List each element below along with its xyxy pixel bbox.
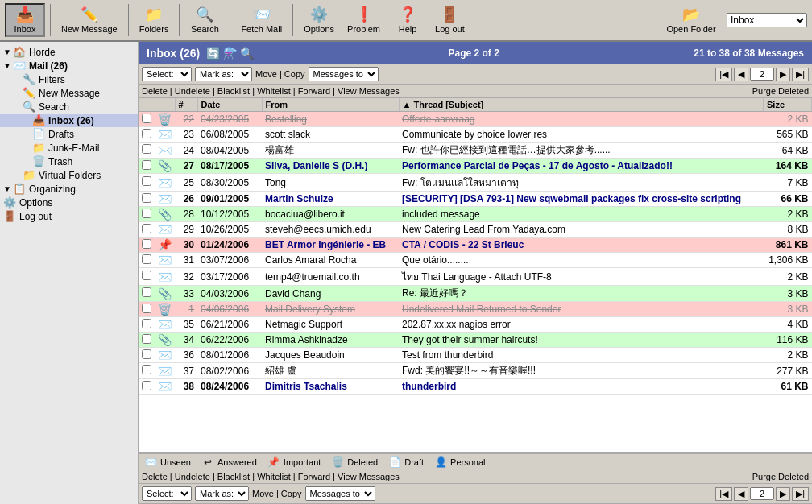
table-row[interactable]: 🗑️ 22 04/23/2005 Bestelling Offerte-aanv… <box>139 112 812 127</box>
bottom-undelete-link[interactable]: Undelete <box>175 472 210 481</box>
prev-page-btn[interactable]: ◀ <box>734 68 748 81</box>
row-from[interactable]: Jacques Beaudoin <box>262 348 399 363</box>
row-from[interactable]: Martin Schulze <box>262 192 399 207</box>
col-header-thread[interactable]: ▲ Thread [Subject] <box>399 98 764 112</box>
bottom-delete-link[interactable]: Delete <box>142 472 168 481</box>
row-from[interactable]: Dimitris Tsachalis <box>262 379 399 395</box>
sidebar-item-trash[interactable]: 🗑️Trash <box>0 155 138 168</box>
filter-icon[interactable]: ⚗️ <box>223 47 237 60</box>
row-subject[interactable]: They got their summer haircuts! <box>399 333 764 348</box>
bottom-page-input[interactable] <box>750 487 774 500</box>
sidebar-item-junk-email[interactable]: 📁Junk-E-Mail <box>0 141 138 155</box>
bottom-prev-btn[interactable]: ◀ <box>734 487 748 501</box>
search-btn[interactable]: 🔍Search <box>184 4 225 36</box>
bottom-forward-link[interactable]: Forward <box>298 472 330 481</box>
row-checkbox[interactable] <box>139 348 155 363</box>
fetch-mail-btn[interactable]: 📨Fetch Mail <box>235 4 288 36</box>
table-row[interactable]: 📌 30 01/24/2006 BET Armor Ingénierie - E… <box>139 238 812 253</box>
row-subject[interactable]: included message <box>399 207 764 222</box>
row-checkbox[interactable] <box>139 159 155 174</box>
row-checkbox[interactable] <box>139 207 155 222</box>
row-subject[interactable]: [SECURITY] [DSA 793-1] New sqwebmail pac… <box>399 192 764 207</box>
folders-btn[interactable]: 📁Folders <box>134 4 175 36</box>
sidebar-item-options-side[interactable]: ⚙️Options <box>0 196 138 209</box>
bottom-select-dropdown[interactable]: Select:AllNoneUnseenSeen <box>142 486 192 501</box>
row-checkbox[interactable] <box>139 112 155 127</box>
row-subject[interactable]: CTA / CODIS - 22 St Brieuc <box>399 238 764 253</box>
sidebar-item-inbox[interactable]: 📥Inbox (26) <box>0 114 138 127</box>
row-from[interactable]: Carlos Amaral Rocha <box>262 253 399 268</box>
folder-select[interactable]: Inbox <box>727 13 807 27</box>
row-subject[interactable]: ไทย Thai Language - Attach UTF-8 <box>399 268 764 286</box>
problem-btn[interactable]: ❗Problem <box>342 4 386 36</box>
first-page-btn[interactable]: |◀ <box>715 68 732 81</box>
table-row[interactable]: ✉️ 29 10/26/2005 steveh@eecs.umich.edu N… <box>139 222 812 238</box>
row-from[interactable]: Mail Delivery System <box>262 302 399 317</box>
table-row[interactable]: ✉️ 31 03/07/2006 Carlos Amaral Rocha Que… <box>139 253 812 268</box>
row-checkbox[interactable] <box>139 333 155 348</box>
sidebar-item-mail[interactable]: ▼✉️Mail (26) <box>0 59 138 72</box>
row-checkbox[interactable] <box>139 127 155 143</box>
sidebar-item-virtual-folders[interactable]: 📁Virtual Folders <box>0 168 138 182</box>
search-header-icon[interactable]: 🔍 <box>240 47 254 60</box>
row-checkbox[interactable] <box>139 268 155 286</box>
row-from[interactable]: bocaciua@libero.it <box>262 207 399 222</box>
row-from[interactable]: Bestelling <box>262 112 399 127</box>
row-subject[interactable]: Offerte-aanvraag <box>399 112 764 127</box>
row-subject[interactable]: Performance Parcial de Peças - 17 de Ago… <box>399 159 764 174</box>
row-subject[interactable]: thunderbird <box>399 379 764 395</box>
row-subject[interactable]: Re: 最近好嗎？ <box>399 286 764 302</box>
whitelist-link[interactable]: Whitelist <box>257 86 291 96</box>
page-number-input[interactable] <box>750 68 774 81</box>
row-subject[interactable]: Fwd: 美的饗宴!!～～有音樂喔!!! <box>399 363 764 379</box>
col-header-check[interactable] <box>139 98 155 112</box>
table-row[interactable]: ✉️ 24 08/04/2005 楊富雄 Fw: 也許你已經接到這種電話…提供大… <box>139 143 812 159</box>
row-subject[interactable]: New Catering Lead From Yadaya.com <box>399 222 764 238</box>
table-row[interactable]: ✉️ 25 08/30/2005 Tong Fw: โตแมนเเลโใสหมา… <box>139 174 812 192</box>
row-checkbox[interactable] <box>139 379 155 395</box>
row-from[interactable]: Silva, Danielle S (D.H.) <box>262 159 399 174</box>
sidebar-item-new-message[interactable]: ✏️New Message <box>0 86 138 100</box>
table-row[interactable]: 📎 33 04/03/2006 David Chang Re: 最近好嗎？ 3 … <box>139 286 812 302</box>
bottom-purge[interactable]: Purge Deleted <box>752 472 809 481</box>
undelete-link[interactable]: Undelete <box>175 86 210 96</box>
bottom-whitelist-link[interactable]: Whitelist <box>257 472 291 481</box>
row-checkbox[interactable] <box>139 253 155 268</box>
row-from[interactable]: Rimma Ashkinadze <box>262 333 399 348</box>
forward-link[interactable]: Forward <box>298 86 330 96</box>
options-btn[interactable]: ⚙️Options <box>298 4 340 36</box>
col-header-icon[interactable] <box>155 98 175 112</box>
row-from[interactable]: Tong <box>262 174 399 192</box>
refresh-icon[interactable]: 🔄 <box>206 47 220 60</box>
sidebar-item-drafts[interactable]: 📄Drafts <box>0 127 138 141</box>
table-row[interactable]: 📎 34 06/22/2006 Rimma Ashkinadze They go… <box>139 333 812 348</box>
row-subject[interactable]: Communicate by choice lower res <box>399 127 764 143</box>
row-checkbox[interactable] <box>139 302 155 317</box>
row-from[interactable]: David Chang <box>262 286 399 302</box>
table-row[interactable]: ✉️ 23 06/08/2005 scott slack Communicate… <box>139 127 812 143</box>
next-page-btn[interactable]: ▶ <box>776 68 790 81</box>
col-header-num[interactable]: # <box>175 98 197 112</box>
bottom-first-btn[interactable]: |◀ <box>715 487 732 501</box>
bottom-blacklist-link[interactable]: Blacklist <box>218 472 250 481</box>
row-checkbox[interactable] <box>139 286 155 302</box>
row-from[interactable]: 紹雄 盧 <box>262 363 399 379</box>
messages-to-dropdown[interactable]: Messages toInboxDraftsTrash <box>309 67 379 81</box>
col-header-from[interactable]: From <box>262 98 399 112</box>
table-row[interactable]: 📎 27 08/17/2005 Silva, Danielle S (D.H.)… <box>139 159 812 174</box>
row-from[interactable]: Netmagic Support <box>262 317 399 333</box>
bottom-last-btn[interactable]: ▶| <box>792 487 809 501</box>
blacklist-link[interactable]: Blacklist <box>218 86 250 96</box>
row-from[interactable]: BET Armor Ingénierie - EB <box>262 238 399 253</box>
row-subject[interactable]: Undelivered Mail Returned to Sender <box>399 302 764 317</box>
row-subject[interactable]: Fw: โตแมนเเลโใสหมาเตาทุ <box>399 174 764 192</box>
bottom-view-link[interactable]: View Messages <box>338 472 400 481</box>
help-btn[interactable]: ❓Help <box>387 4 428 36</box>
row-from[interactable]: scott slack <box>262 127 399 143</box>
inbox-btn[interactable]: 📥Inbox <box>5 3 45 37</box>
select-dropdown[interactable]: Select:AllNoneUnseenSeen <box>142 67 192 81</box>
col-header-date[interactable]: Date <box>197 98 262 112</box>
new-message-btn[interactable]: ✏️New Message <box>56 4 123 36</box>
table-row[interactable]: ✉️ 26 09/01/2005 Martin Schulze [SECURIT… <box>139 192 812 207</box>
table-row[interactable]: ✉️ 37 08/02/2006 紹雄 盧 Fwd: 美的饗宴!!～～有音樂喔!… <box>139 363 812 379</box>
